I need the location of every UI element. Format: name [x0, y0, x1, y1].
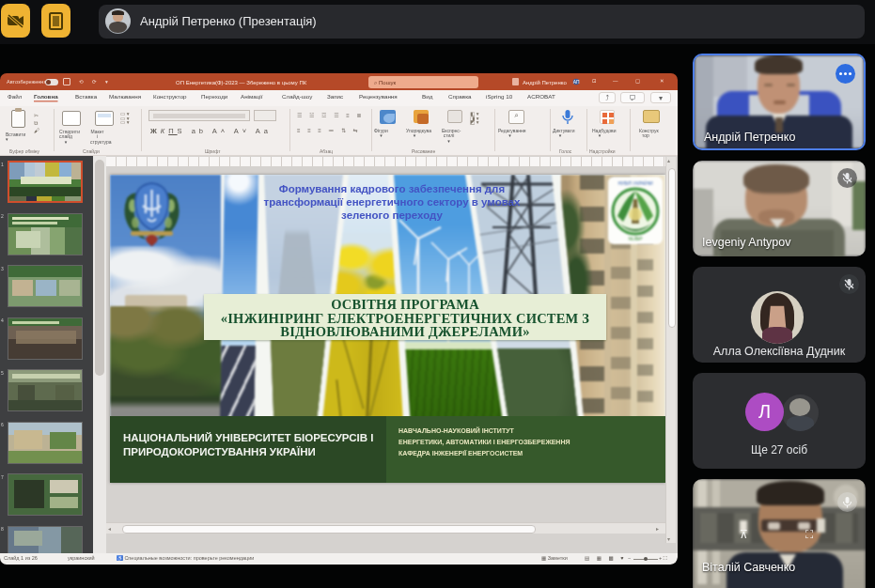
- svg-text:НУБіП УКРАЇНИ: НУБіП УКРАЇНИ: [617, 180, 653, 186]
- svg-text:NUBiP: NUBiP: [628, 236, 643, 241]
